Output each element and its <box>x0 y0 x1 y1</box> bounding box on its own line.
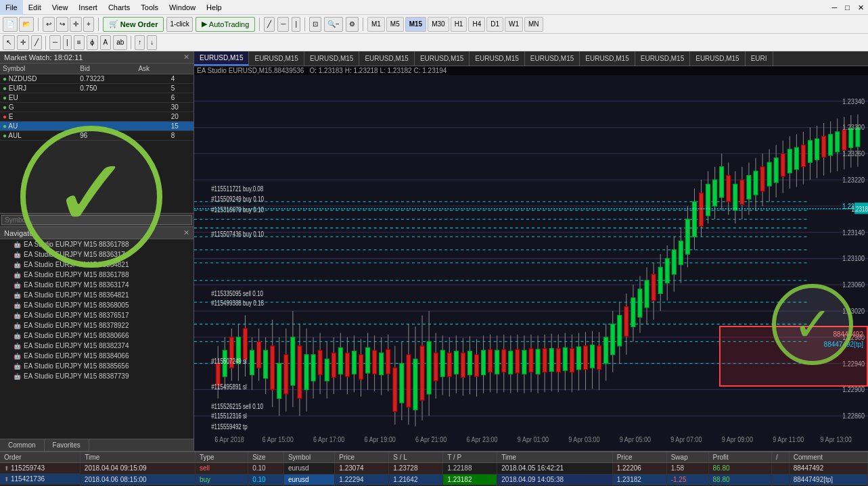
menu-charts[interactable]: Charts <box>103 0 135 15</box>
draw-channel-btn[interactable]: ≡ <box>74 35 85 50</box>
svg-rect-140 <box>604 337 608 364</box>
window-maximize[interactable]: □ <box>841 0 854 15</box>
market-row[interactable]: ● NZDUSD 0.73223 4 <box>0 74 193 84</box>
nav-item[interactable]: 🤖EA Studio EURJPY M15 88363174 <box>0 280 193 290</box>
menu-window[interactable]: Window <box>164 0 201 15</box>
col-order: Order <box>0 452 81 463</box>
market-row[interactable]: ● AUL 96 8 <box>0 131 193 141</box>
nav-item[interactable]: 🤖EA Studio EURJPY M15 88363174 <box>0 249 193 260</box>
nav-item[interactable]: 🤖EA Studio EURJPY M15 88364821 <box>0 290 193 300</box>
chart-tab[interactable]: EURUSD,M15 <box>580 51 635 66</box>
label-tool-btn[interactable]: ab <box>113 35 127 50</box>
chart-tab[interactable]: EURUSD,M15 <box>470 51 524 66</box>
menu-tools[interactable]: Tools <box>135 0 164 15</box>
arrow-up-tool[interactable]: ↑ <box>135 35 145 50</box>
properties-btn[interactable]: ⚙ <box>346 17 359 32</box>
tf-d1[interactable]: D1 <box>486 17 503 32</box>
market-spread: 4 <box>168 74 193 84</box>
tf-m30[interactable]: M30 <box>428 17 449 32</box>
redo-btn[interactable]: ↪ <box>56 17 68 32</box>
symbol-search-bar[interactable] <box>0 213 193 226</box>
nav-item[interactable]: 🤖EA Studio EURJPY M15 88385656 <box>0 361 193 371</box>
market-symbol: ● G <box>0 103 77 112</box>
draw-vline-btn[interactable]: | <box>63 35 72 50</box>
svg-text:9 Apr 07:00: 9 Apr 07:00 <box>670 435 702 443</box>
chart-tab[interactable]: EURUSD,M15 <box>304 51 359 66</box>
menu-edit[interactable]: Edit <box>23 0 47 15</box>
td-slash <box>772 463 790 475</box>
market-row[interactable]: ● AU 15 <box>0 122 193 131</box>
menu-insert[interactable]: Insert <box>73 0 103 15</box>
zoom-in-btn[interactable]: + <box>83 17 94 32</box>
window-minimize[interactable]: ─ <box>828 0 842 15</box>
navigator-close[interactable]: ✕ <box>183 228 189 237</box>
nav-item[interactable]: 🤖EA Studio EURJPY M15 88368005 <box>0 300 193 310</box>
draw-hline-btn[interactable]: ─ <box>49 35 61 50</box>
menu-view[interactable]: View <box>47 0 74 15</box>
market-row[interactable]: ● E 20 <box>0 112 193 122</box>
nav-tab-common[interactable]: Common <box>0 439 45 451</box>
nav-item[interactable]: 🤖EA Studio EURJPY M15 88387739 <box>0 371 193 381</box>
svg-rect-160 <box>672 250 676 274</box>
tf-h1[interactable]: H1 <box>451 17 467 32</box>
nav-item[interactable]: 🤖EA Studio EURJPY M15 88364821 <box>0 260 193 270</box>
crosshair-btn[interactable]: ✛ <box>70 17 82 32</box>
menu-file[interactable]: File <box>0 0 23 15</box>
draw-fibr-btn[interactable]: ɸ <box>87 35 98 50</box>
market-row[interactable]: ● EURJ 0.750 5 <box>0 84 193 93</box>
autotrading-button[interactable]: ▶ AutoTrading <box>196 17 256 32</box>
chart-canvas[interactable]: EA Studio EURUSD,M15.88439536 O: 1.23183… <box>194 66 868 451</box>
market-row[interactable]: ● EU 6 <box>0 93 193 103</box>
arrow-down-tool[interactable]: ↓ <box>147 35 157 50</box>
nav-item[interactable]: 🤖EA Studio EURJPY M15 88380666 <box>0 331 193 341</box>
zoom-fit-btn[interactable]: ⊡ <box>309 17 321 32</box>
nav-item[interactable]: 🤖EA Studio EURJPY M15 88382374 <box>0 341 193 351</box>
nav-item[interactable]: 🤖EA Studio EURJPY M15 88376517 <box>0 310 193 320</box>
trade-row[interactable]: ⬆115259743 2018.04.04 09:15:09 sell 0.10… <box>0 463 868 475</box>
zoom-out-btn[interactable]: 🔍− <box>324 17 343 32</box>
trade-row[interactable]: ⬆115421736 2018.04.06 08:15:00 buy 0.10 … <box>0 474 868 485</box>
one-click-btn[interactable]: 1-click <box>166 17 192 32</box>
svg-text:1.23140: 1.23140 <box>842 228 865 237</box>
market-watch-close[interactable]: ✕ <box>183 53 189 62</box>
nav-item[interactable]: 🤖EA Studio EURJPY M15 88361788 <box>0 239 193 249</box>
chart-tab[interactable]: EURI <box>746 51 773 66</box>
menu-help[interactable]: Help <box>201 0 227 15</box>
undo-btn[interactable]: ↩ <box>43 17 55 32</box>
hline-btn[interactable]: ─ <box>277 17 289 32</box>
svg-rect-172 <box>713 180 717 206</box>
period-sep-btn[interactable]: | <box>292 17 300 32</box>
chart-tab[interactable]: EURUSD,M15 <box>635 51 690 66</box>
tf-m1[interactable]: M1 <box>367 17 385 32</box>
new-order-button[interactable]: 🛒 New Order <box>103 17 164 32</box>
symbol-search-input[interactable] <box>1 215 192 225</box>
tf-h4[interactable]: H4 <box>468 17 485 32</box>
tf-m15[interactable]: M15 <box>405 17 426 32</box>
crosshair2-btn[interactable]: ✛ <box>17 35 29 50</box>
text-tool-btn[interactable]: A <box>100 35 112 50</box>
window-close[interactable]: ✕ <box>854 0 868 15</box>
tf-w1[interactable]: W1 <box>505 17 523 32</box>
nav-tab-favorites[interactable]: Favorites <box>45 439 89 451</box>
tf-mn[interactable]: MN <box>524 17 543 32</box>
svg-rect-44 <box>277 364 281 399</box>
nav-item-label: EA Studio EURJPY M15 88368005 <box>24 301 129 309</box>
navigator-panel: Navigator ✕ 🤖EA Studio EURJPY M15 883617… <box>0 227 193 451</box>
chart-tab[interactable]: EURUSD,M15 <box>249 51 304 66</box>
chart-tab[interactable]: EURUSD,M15 <box>194 51 249 66</box>
nav-item[interactable]: 🤖EA Studio EURJPY M15 88384066 <box>0 351 193 361</box>
draw-line-btn[interactable]: ╱ <box>31 35 42 50</box>
chart-tab[interactable]: EURUSD,M15 <box>359 51 414 66</box>
market-row[interactable]: ● G 30 <box>0 103 193 112</box>
tf-m5[interactable]: M5 <box>386 17 404 32</box>
line-tool-btn[interactable]: ╱ <box>264 17 275 32</box>
open-btn[interactable]: 📂 <box>19 17 34 32</box>
chart-tab[interactable]: EURUSD,M15 <box>690 51 745 66</box>
new-chart-btn[interactable]: 📄 <box>3 17 18 32</box>
nav-item[interactable]: 🤖EA Studio EURJPY M15 88361788 <box>0 270 193 280</box>
chart-tab[interactable]: EURUSD,M15 <box>525 51 580 66</box>
nav-item[interactable]: 🤖EA Studio EURJPY M15 88378922 <box>0 320 193 331</box>
cursor-btn[interactable]: ↖ <box>3 35 15 50</box>
svg-rect-186 <box>760 167 764 191</box>
chart-tab[interactable]: EURUSD,M15 <box>415 51 470 66</box>
